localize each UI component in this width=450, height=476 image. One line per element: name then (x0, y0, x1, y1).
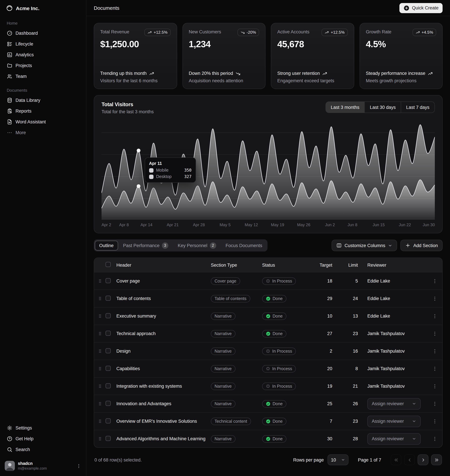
limit-value[interactable]: 21 (340, 384, 367, 389)
row-menu-button[interactable] (427, 436, 442, 441)
user-menu[interactable]: shadcn m@example.com (3, 459, 83, 473)
status-badge: Done (262, 418, 286, 425)
tab-focus-documents[interactable]: Focus Documents (221, 241, 267, 250)
tab-key-personnel[interactable]: Key Personnel 2 (173, 241, 221, 250)
quick-create-button[interactable]: Quick Create (399, 3, 443, 13)
user-menu-kebab-icon[interactable] (76, 463, 81, 468)
limit-value[interactable]: 24 (340, 296, 367, 301)
sidebar-item-reports[interactable]: Reports (4, 106, 82, 116)
row-title[interactable]: Table of contents (116, 296, 211, 301)
limit-value[interactable]: 23 (340, 419, 367, 424)
drag-handle[interactable] (94, 296, 106, 301)
target-value[interactable]: 19 (313, 384, 340, 389)
page-chevron-right-button[interactable] (418, 454, 428, 465)
drag-handle[interactable] (94, 331, 106, 336)
assign-reviewer-button[interactable]: Assign reviewer (367, 398, 421, 409)
add-section-button[interactable]: Add Section (400, 240, 443, 251)
limit-value[interactable]: 16 (340, 348, 367, 354)
target-value[interactable]: 20 (313, 366, 340, 371)
sidebar-item-data-library[interactable]: Data Library (4, 95, 82, 105)
page-chevrons-right-button[interactable] (431, 454, 442, 465)
row-title[interactable]: Integration with existing systems (116, 384, 211, 389)
x-tick: May 5 (219, 222, 231, 227)
row-checkbox[interactable] (106, 436, 111, 441)
assign-reviewer-button[interactable]: Assign reviewer (367, 416, 421, 427)
drag-handle[interactable] (94, 348, 106, 354)
target-value[interactable]: 27 (313, 331, 340, 336)
row-title[interactable]: Technical approach (116, 331, 211, 336)
rows-per-page-select[interactable]: 10 (328, 454, 349, 465)
row-menu-button[interactable] (427, 401, 442, 406)
main: Documents Quick Create Total Revenue +12… (86, 0, 450, 476)
row-menu-button[interactable] (427, 278, 442, 284)
row-title[interactable]: Design (116, 348, 211, 354)
range-option-last-3-months[interactable]: Last 3 months (326, 102, 365, 113)
limit-value[interactable]: 23 (340, 331, 367, 336)
target-value[interactable]: 25 (313, 401, 340, 406)
chart-plot[interactable]: Apr 11 Mobile 350 Desktop 327 (101, 120, 435, 220)
target-value[interactable]: 29 (313, 296, 340, 301)
drag-handle[interactable] (94, 366, 106, 371)
target-value[interactable]: 2 (313, 348, 340, 354)
row-menu-button[interactable] (427, 313, 442, 319)
row-title[interactable]: Advanced Algorithms and Machine Learning (116, 436, 211, 441)
row-checkbox[interactable] (106, 348, 111, 353)
sidebar-item-analytics[interactable]: Analytics (4, 50, 82, 60)
row-checkbox[interactable] (106, 366, 111, 371)
row-title[interactable]: Capabilities (116, 366, 211, 371)
limit-value[interactable]: 26 (340, 401, 367, 406)
target-value[interactable]: 7 (313, 419, 340, 424)
kebab-icon (432, 436, 438, 441)
sidebar-item-settings[interactable]: Settings (4, 423, 82, 433)
limit-value[interactable]: 5 (340, 279, 367, 284)
row-title[interactable]: Innovation and Advantages (116, 401, 211, 406)
row-menu-button[interactable] (427, 418, 442, 424)
limit-value[interactable]: 13 (340, 313, 367, 319)
row-checkbox[interactable] (106, 313, 111, 318)
row-title[interactable]: Cover page (116, 279, 211, 284)
tab-past-performance[interactable]: Past Performance 3 (119, 241, 173, 250)
select-all-checkbox[interactable] (106, 262, 111, 267)
row-checkbox[interactable] (106, 383, 111, 388)
drag-handle[interactable] (94, 313, 106, 319)
row-checkbox[interactable] (106, 418, 111, 423)
sidebar-item-word-assistant[interactable]: Word Assistant (4, 117, 82, 127)
sidebar-item-get-help[interactable]: Get Help (4, 434, 82, 444)
row-menu-button[interactable] (427, 348, 442, 354)
drag-handle[interactable] (94, 419, 106, 424)
customize-columns-button[interactable]: Customize Columns (332, 240, 397, 251)
drag-handle[interactable] (94, 401, 106, 406)
sidebar-item-projects[interactable]: Projects (4, 60, 82, 70)
row-checkbox[interactable] (106, 296, 111, 301)
target-value[interactable]: 18 (313, 279, 340, 284)
row-menu-button[interactable] (427, 383, 442, 389)
sidebar-item-lifecycle[interactable]: Lifecycle (4, 39, 82, 49)
drag-handle[interactable] (94, 436, 106, 441)
row-menu-button[interactable] (427, 296, 442, 301)
limit-value[interactable]: 28 (340, 436, 367, 441)
sidebar-item-team[interactable]: Team (4, 71, 82, 81)
row-checkbox[interactable] (106, 331, 111, 336)
row-menu-button[interactable] (427, 366, 442, 371)
page-chevron-left-button[interactable] (404, 454, 415, 465)
chevrons-left-icon (393, 457, 399, 462)
row-title[interactable]: Overview of EMR's Innovative Solutions (116, 419, 211, 424)
sidebar-brand[interactable]: Acme Inc. (0, 0, 86, 16)
drag-handle[interactable] (94, 279, 106, 284)
sidebar-item-dashboard[interactable]: Dashboard (4, 28, 82, 38)
sidebar-item-more[interactable]: More (4, 128, 82, 138)
assign-reviewer-button[interactable]: Assign reviewer (367, 433, 421, 444)
row-title[interactable]: Executive summary (116, 313, 211, 319)
row-menu-button[interactable] (427, 331, 442, 336)
range-option-last-7-days[interactable]: Last 7 days (401, 102, 434, 113)
sidebar-item-search[interactable]: Search (4, 444, 82, 454)
tab-outline[interactable]: Outline (95, 241, 118, 250)
row-checkbox[interactable] (106, 278, 111, 283)
row-checkbox[interactable] (106, 401, 111, 406)
target-value[interactable]: 30 (313, 436, 340, 441)
page-chevrons-left-button[interactable] (391, 454, 401, 465)
target-value[interactable]: 10 (313, 313, 340, 319)
limit-value[interactable]: 8 (340, 366, 367, 371)
drag-handle[interactable] (94, 384, 106, 389)
range-option-last-30-days[interactable]: Last 30 days (365, 102, 401, 113)
